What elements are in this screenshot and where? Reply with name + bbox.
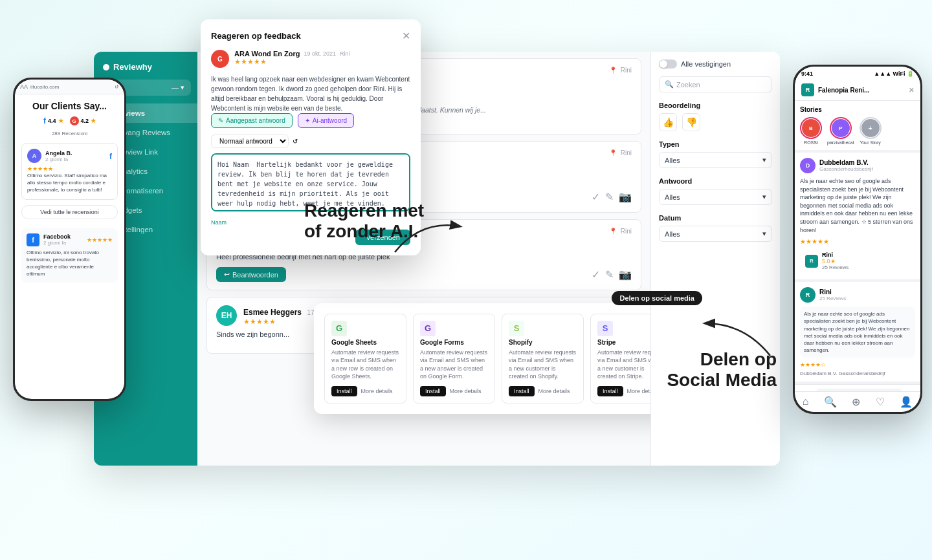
reply-logo: R [805,255,818,268]
chevron-down-icon: ▾ [762,193,766,201]
custom-icon: ✎ [218,117,223,124]
more-details-link[interactable]: More details [627,388,650,394]
app-icon: R [801,83,814,96]
location-icon: 📍 [609,67,617,74]
phone-review-card: A Angela B. 2 giorni fa f ★★★★★ Ottimo s… [21,143,118,200]
instagram-post: D Dubbeldam B.V. Gassonderhoudsbedrijf A… [795,153,920,279]
post-stars-2: ★★★★☆ [800,361,915,368]
message-bar: 📷 Invia un messaggio ••• [795,384,920,391]
review-meta: 📍 Rini [609,228,632,235]
view-all-button[interactable]: Vedi tutte le recensioni [21,205,118,219]
rating-filter: Beoordeling 👍 👎 [659,102,772,131]
google-logo-small: G [70,116,79,125]
instagram-post-2: R Rini 25 Reviews Als je naar echte seo … [795,282,920,382]
modal-header: Reageren op feedback ✕ [211,30,410,42]
stripe-logo: S [597,321,613,336]
home-nav-icon[interactable]: ⌂ [803,396,809,408]
toggle-knob [660,60,667,68]
social-tooltip: Delen op social media [612,291,702,305]
list-item: G Google Sheets Automate review requests… [324,314,406,404]
signal-icons: ▲▲▲ WiFi 🔋 [874,70,914,77]
story-item: P parzivathecat [827,117,854,145]
reload-icon: ↺ [115,84,119,90]
types-dropdown[interactable]: Alles ▾ [659,152,772,168]
fb-stars: ★★★★★ [87,237,113,243]
phone-screen: AA iltuosito.com ↺ Our Clients Say... f … [15,80,124,399]
close-icon[interactable]: ✕ [909,87,914,94]
install-button[interactable]: Install [331,386,357,396]
browser-icon: AA [20,83,28,90]
refresh-icon[interactable]: ↺ [293,138,298,145]
stories-row: B ROSSI P parzivathecat [800,117,915,145]
main-browser-window: Reviewhy Rini — ▾ ★ Reviews ↓ Ontvang Re… [94,52,780,466]
search-icon: 🔍 [665,80,674,89]
integrations-grid: G Google Sheets Automate review requests… [324,314,650,404]
profile-nav-icon[interactable]: 👤 [900,396,913,408]
more-details-link[interactable]: More details [538,388,570,394]
phone-stars: ★★★★★ [27,166,112,172]
phone-body: Stories B ROSSI P [795,101,920,391]
thumbs-down-button[interactable]: 👎 [682,113,700,131]
date-dropdown[interactable]: Alles ▾ [659,226,772,242]
instagram-icon: 📷 [619,191,632,203]
story-item: B ROSSI [800,117,822,145]
phone-screen-right: 9:41 ▲▲▲ WiFi 🔋 R Falenopia Reni... ✕ St… [795,67,920,412]
reply-card: R Rini 5.0★ 25 Reviews [800,248,915,274]
reply-icon: ↩ [224,270,230,279]
chevron-down-icon: ▾ [762,156,766,164]
sheets-logo: G [331,321,347,336]
reply-textarea[interactable]: Hoi Naam Hartelijk bedankt voor je gewel… [211,153,410,211]
types-filter: Typen Alles ▾ [659,140,772,168]
list-item: S Shopify Automate review requests via E… [502,314,584,404]
stories-section: Stories B ROSSI P [795,101,920,150]
instagram-icon: 📷 [619,268,632,281]
search-nav-icon[interactable]: 🔍 [824,396,837,408]
left-phone: AA iltuosito.com ↺ Our Clients Say... f … [13,78,126,401]
story-ring[interactable]: P [830,117,852,139]
answer-filter: Antwoord Alles ▾ [659,177,772,205]
phone-content: Our Clients Say... f 4.4 ★ G 4.2 ★ 289 R… [15,94,124,396]
thumbs-up-button[interactable]: 👍 [659,113,677,131]
ratings-row: f 4.4 ★ G 4.2 ★ [21,116,118,125]
ai-icon: ✦ [305,117,310,124]
app-header: R Falenopia Reni... ✕ [795,80,920,101]
search-box[interactable]: 🔍 Zoeken [659,76,772,92]
pencil-icon: ✎ [605,191,614,203]
filter-toggle: Alle vestigingen [659,59,772,69]
install-button[interactable]: Install [420,386,446,396]
answer-dropdown[interactable]: Alles ▾ [659,189,772,205]
more-details-link[interactable]: More details [361,388,393,394]
post-avatar-2: R [800,287,816,303]
browser-bar: AA iltuosito.com ↺ [15,80,124,94]
check-icon: ✓ [592,268,600,281]
toggle-switch[interactable] [659,59,677,69]
tab-custom-answer[interactable]: ✎ Aangepast antwoord [211,113,293,128]
right-phone: 9:41 ▲▲▲ WiFi 🔋 R Falenopia Reni... ✕ St… [793,65,922,414]
send-button[interactable]: Verzenden [355,230,410,245]
modal-reviewer-avatar: G [211,50,229,68]
date-filter: Datum Alles ▾ [659,214,772,242]
heart-nav-icon[interactable]: ♡ [876,396,885,408]
list-item: S Stripe Automate review requests via Em… [590,314,650,404]
install-button[interactable]: Install [597,386,623,396]
tab-ai-answer[interactable]: ✦ Ai-antwoord [298,113,354,128]
facebook-badge: f [109,150,112,162]
modal-star-rating: ★★★★★ [234,58,350,66]
sidebar-logo: Reviewhy [94,52,197,80]
right-filter-panel: Alle vestigingen 🔍 Zoeken Beoordeling 👍 … [650,52,780,466]
check-icon: ✓ [592,191,600,203]
forms-logo: G [420,321,436,336]
modal-close-button[interactable]: ✕ [402,30,410,42]
more-details-link[interactable]: More details [450,388,482,394]
chevron-down-icon: ▾ [762,230,766,238]
story-ring[interactable]: B [800,117,822,139]
location-icon: 📍 [609,149,617,156]
install-button[interactable]: Install [509,386,535,396]
pencil-icon: ✎ [605,268,614,281]
reply-button[interactable]: ↩ Beantwoorden [216,267,286,282]
answer-type-dropdown[interactable]: Normaal antwoord [211,135,289,148]
shopify-logo: S [509,321,524,336]
logo-dot [103,64,109,70]
plus-nav-icon[interactable]: ⊕ [852,396,860,408]
list-item: G Google Forms Automate review requests … [413,314,495,404]
